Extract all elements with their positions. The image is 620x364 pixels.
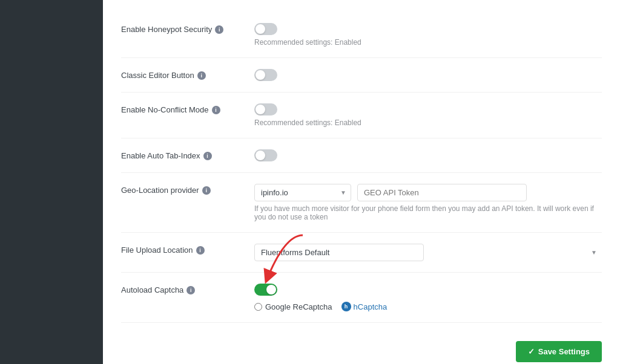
honeypot-label-text: Enable Honeypot Security [121, 25, 212, 34]
hcaptcha-dot-icon: h [341, 302, 351, 311]
geo-hint: If you have much more visitor for your p… [254, 204, 602, 221]
geo-location-content: ipinfo.io ipapi.co ip-api.com ▼ If you h… [254, 184, 602, 221]
no-conflict-toggle[interactable] [254, 103, 277, 115]
captcha-options: Google ReCaptcha h hCaptcha [254, 302, 602, 311]
auto-tab-toggle[interactable] [254, 149, 277, 161]
auto-tab-label: Enable Auto Tab-Index i [121, 149, 254, 160]
main-content: Enable Honeypot Security i Recommended s… [103, 0, 620, 364]
classic-editor-label: Classic Editor Button i [121, 69, 254, 80]
save-label: Save Settings [538, 347, 590, 356]
classic-editor-slider [254, 69, 277, 81]
auto-tab-info-icon[interactable]: i [203, 152, 212, 160]
honeypot-hint: Recommended settings: Enabled [254, 38, 602, 47]
file-upload-label: File Upload Location i [121, 244, 254, 255]
hcaptcha-label-text: hCaptcha [354, 302, 388, 311]
google-recaptcha-label: Google ReCaptcha [265, 302, 332, 311]
autoload-captcha-content: Google ReCaptcha h hCaptcha [254, 284, 602, 311]
geo-provider-select[interactable]: ipinfo.io ipapi.co ip-api.com [254, 184, 351, 201]
save-icon: ✓ [528, 347, 535, 356]
no-conflict-info-icon[interactable]: i [212, 106, 220, 114]
file-upload-info-icon[interactable]: i [196, 246, 205, 255]
autoload-captcha-label: Autoload Captcha i [121, 284, 254, 294]
auto-tab-row: Enable Auto Tab-Index i [121, 138, 602, 173]
auto-tab-label-text: Enable Auto Tab-Index [121, 151, 200, 160]
classic-editor-row: Classic Editor Button i [121, 58, 602, 93]
autoload-captcha-toggle[interactable] [254, 284, 277, 296]
geo-location-label: Geo-Location provider i [121, 184, 254, 195]
honeypot-slider [254, 23, 277, 35]
file-upload-chevron-icon: ▼ [591, 249, 597, 256]
autoload-captcha-label-text: Autoload Captcha [121, 285, 183, 294]
save-btn-wrapper: ✓ Save Settings [121, 329, 602, 362]
no-conflict-row: Enable No-Conflict Mode i Recommended se… [121, 93, 602, 138]
classic-editor-label-text: Classic Editor Button [121, 71, 194, 80]
google-recaptcha-radio[interactable] [254, 303, 262, 311]
save-settings-button[interactable]: ✓ Save Settings [516, 341, 602, 362]
file-upload-row: File Upload Location i Fluentforms Defau… [121, 233, 602, 273]
honeypot-row: Enable Honeypot Security i Recommended s… [121, 12, 602, 58]
autoload-captcha-row: Autoload Captcha i [121, 273, 602, 323]
honeypot-toggle[interactable] [254, 23, 277, 35]
classic-editor-content [254, 69, 602, 81]
geo-select-wrapper: ipinfo.io ipapi.co ip-api.com ▼ [254, 184, 351, 201]
honeypot-label: Enable Honeypot Security i [121, 23, 254, 34]
file-upload-label-text: File Upload Location [121, 245, 193, 255]
hcaptcha-option[interactable]: h hCaptcha [341, 302, 388, 311]
no-conflict-slider [254, 103, 277, 115]
auto-tab-content [254, 149, 602, 161]
geo-token-input[interactable] [357, 184, 527, 201]
autoload-captcha-slider [254, 284, 277, 296]
honeypot-info-icon[interactable]: i [215, 25, 223, 34]
honeypot-content: Recommended settings: Enabled [254, 23, 602, 47]
geo-location-row: Geo-Location provider i ipinfo.io ipapi.… [121, 173, 602, 233]
no-conflict-label-text: Enable No-Conflict Mode [121, 105, 209, 114]
autoload-captcha-info-icon[interactable]: i [186, 286, 195, 294]
no-conflict-content: Recommended settings: Enabled [254, 103, 602, 127]
sidebar [0, 0, 103, 364]
geo-location-label-text: Geo-Location provider [121, 186, 199, 195]
classic-editor-toggle[interactable] [254, 69, 277, 81]
no-conflict-hint: Recommended settings: Enabled [254, 119, 602, 127]
geo-location-info-icon[interactable]: i [202, 186, 211, 195]
file-upload-content: Fluentforms Default Custom Location ▼ [254, 244, 602, 261]
file-upload-select-wrapper: Fluentforms Default Custom Location ▼ [254, 244, 602, 261]
google-recaptcha-option[interactable]: Google ReCaptcha [254, 302, 332, 311]
geo-inputs: ipinfo.io ipapi.co ip-api.com ▼ [254, 184, 602, 201]
no-conflict-label: Enable No-Conflict Mode i [121, 103, 254, 114]
classic-editor-info-icon[interactable]: i [197, 71, 206, 80]
file-upload-select[interactable]: Fluentforms Default Custom Location [254, 244, 424, 261]
auto-tab-slider [254, 149, 277, 161]
